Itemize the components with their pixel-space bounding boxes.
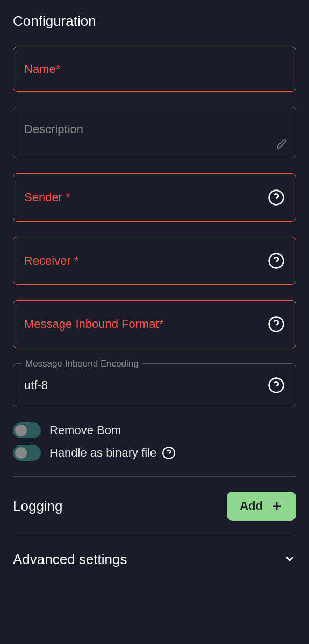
plus-icon <box>270 500 283 513</box>
advanced-settings-title: Advanced settings <box>13 551 127 568</box>
edit-icon[interactable] <box>276 138 287 151</box>
receiver-field[interactable]: Receiver * <box>13 237 296 285</box>
inbound-format-field[interactable]: Message Inbound Format* <box>13 300 296 348</box>
help-icon[interactable] <box>268 252 285 269</box>
help-icon[interactable] <box>268 377 285 394</box>
divider <box>13 536 296 536</box>
sender-label: Sender * <box>24 191 70 204</box>
inbound-encoding-legend: Message Inbound Encoding <box>22 358 142 369</box>
receiver-label: Receiver * <box>24 254 78 268</box>
help-icon[interactable] <box>268 189 285 206</box>
remove-bom-label: Remove Bom <box>49 423 121 437</box>
toggle-knob <box>15 425 27 436</box>
inbound-encoding-field[interactable]: Message Inbound Encoding utf-8 <box>13 363 296 407</box>
advanced-settings-row[interactable]: Advanced settings <box>13 551 296 568</box>
toggle-knob <box>15 447 27 459</box>
chevron-down-icon <box>283 552 296 567</box>
inbound-format-label: Message Inbound Format* <box>24 317 163 331</box>
help-icon[interactable] <box>268 316 285 333</box>
description-label: Description <box>24 122 83 136</box>
help-icon[interactable] <box>162 446 176 460</box>
name-label: Name* <box>24 62 60 76</box>
logging-title: Logging <box>13 498 63 515</box>
handle-binary-row: Handle as binary file <box>13 445 296 461</box>
logging-section: Logging Add <box>13 492 296 521</box>
handle-binary-label: Handle as binary file <box>49 446 176 460</box>
sender-field[interactable]: Sender * <box>13 173 296 222</box>
remove-bom-toggle[interactable] <box>13 422 41 438</box>
add-button[interactable]: Add <box>227 492 296 521</box>
divider <box>13 476 296 477</box>
name-field[interactable]: Name* <box>13 47 296 92</box>
description-field[interactable]: Description <box>13 107 296 158</box>
remove-bom-row: Remove Bom <box>13 422 296 438</box>
inbound-encoding-value: utf-8 <box>24 378 48 392</box>
configuration-title: Configuration <box>13 13 296 30</box>
handle-binary-toggle[interactable] <box>13 445 41 461</box>
